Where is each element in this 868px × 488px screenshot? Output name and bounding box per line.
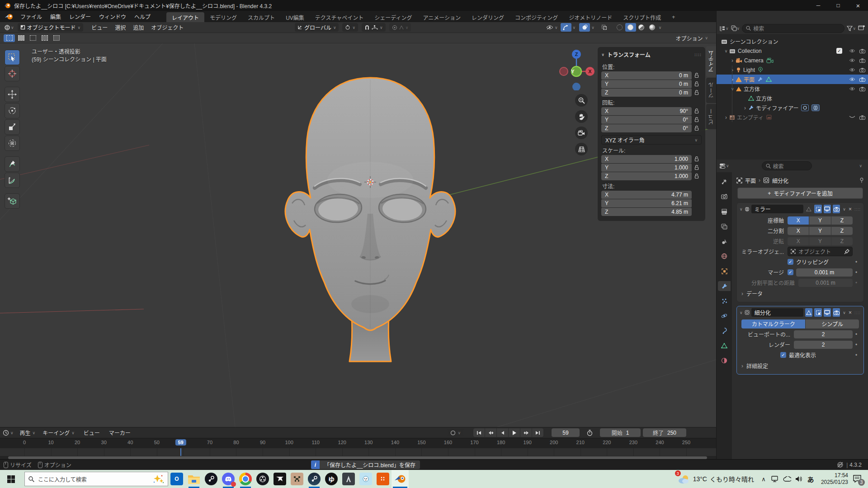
- mirror-name-field[interactable]: ミラー: [751, 205, 803, 213]
- minimize-button[interactable]: ─: [808, 0, 828, 11]
- select-mode-invert[interactable]: [39, 34, 50, 42]
- mirror-axis-toggle[interactable]: XYZ: [788, 216, 853, 225]
- mirror-merge-value[interactable]: 0.001 m: [796, 268, 853, 277]
- lock-scale-x-icon[interactable]: [692, 156, 702, 162]
- tab-tool[interactable]: [718, 177, 731, 187]
- xray-toggle[interactable]: [599, 23, 610, 32]
- toggle-perspective-button[interactable]: [575, 143, 588, 155]
- tab-uv[interactable]: UV編集: [280, 12, 310, 23]
- subdiv-show-editmode-toggle[interactable]: [814, 308, 821, 317]
- frame-start-field[interactable]: 開始1: [600, 428, 641, 437]
- select-mode-extend[interactable]: [15, 34, 27, 42]
- tab-compositing[interactable]: コンポジティング: [509, 12, 563, 23]
- subdiv-optimal-checkbox[interactable]: ✓最適化表示: [780, 351, 816, 359]
- disable-render-icon[interactable]: [859, 77, 865, 82]
- taskbar-weather[interactable]: 3 13°C くもり時々晴れ: [677, 472, 754, 486]
- disable-render-icon[interactable]: [859, 87, 865, 91]
- rotation-z-field[interactable]: Z0°: [601, 124, 692, 132]
- properties-search[interactable]: 検索: [762, 161, 812, 170]
- taskbar-app-chrome[interactable]: [237, 470, 254, 488]
- taskbar-app-minecraft[interactable]: [288, 470, 306, 488]
- properties-editor-type-button[interactable]: ∨: [719, 163, 729, 169]
- add-cube-tool[interactable]: [5, 193, 20, 209]
- breadcrumb-modifier[interactable]: 細分化: [772, 177, 788, 184]
- tray-ime-indicator[interactable]: あ: [805, 474, 816, 484]
- lock-rotation-z-icon[interactable]: [692, 126, 702, 131]
- hide-eye-icon[interactable]: [849, 87, 855, 91]
- tab-animation[interactable]: アニメーション: [418, 12, 467, 23]
- scale-y-field[interactable]: Y1.000: [601, 164, 692, 172]
- lock-scale-z-icon[interactable]: [692, 174, 702, 179]
- playback-menu[interactable]: 再生∨: [20, 429, 36, 436]
- mirror-clipping-checkbox[interactable]: ✓クリッピング: [788, 258, 829, 266]
- menu-file[interactable]: ファイル: [16, 13, 46, 20]
- hide-eye-icon[interactable]: [849, 49, 855, 53]
- subdiv-name-field[interactable]: 細分化: [751, 308, 803, 317]
- eyedropper-icon[interactable]: [844, 249, 849, 254]
- taskbar-app-steam-store[interactable]: [306, 470, 323, 488]
- subdiv-render-value[interactable]: 2: [794, 341, 853, 349]
- mirror-show-editmode-toggle[interactable]: [814, 205, 821, 213]
- subdiv-edit-mode-toggle[interactable]: [805, 308, 812, 317]
- plane-expand-icon[interactable]: ›: [729, 76, 736, 83]
- mirror-modifier-badge[interactable]: [811, 104, 820, 111]
- subdiv-grip-icon[interactable]: ::::: [854, 310, 861, 315]
- mesh-data-badge-icon[interactable]: [766, 77, 772, 82]
- gizmos-toggle[interactable]: [561, 23, 571, 32]
- close-button[interactable]: ×: [848, 0, 868, 11]
- rotation-y-field[interactable]: Y0°: [601, 116, 692, 124]
- playhead[interactable]: [180, 448, 181, 456]
- pan-hand-button[interactable]: [575, 110, 588, 123]
- outliner-row-light[interactable]: › Light: [717, 65, 868, 75]
- tab-sculpting[interactable]: スカルプト: [242, 12, 280, 23]
- mirror-grip-icon[interactable]: ::::: [854, 207, 861, 211]
- tab-material[interactable]: [718, 356, 731, 366]
- breadcrumb-object-icon[interactable]: [736, 178, 742, 183]
- shading-chevron-icon[interactable]: ∨: [659, 25, 662, 30]
- measure-tool[interactable]: [5, 173, 20, 188]
- outliner-row-modifiers[interactable]: › モディファイアー: [717, 103, 868, 113]
- tab-viewlayer[interactable]: [718, 221, 731, 231]
- snap-group[interactable]: ∨: [362, 23, 386, 32]
- hide-eye-icon[interactable]: [849, 58, 855, 62]
- outliner-row-empty[interactable]: › エンプティ: [717, 113, 868, 122]
- overlays-toggle[interactable]: [579, 23, 590, 32]
- menu-help[interactable]: ヘルプ: [130, 13, 155, 20]
- outliner-row-cube[interactable]: ∨ 立方体: [717, 84, 868, 94]
- tab-render[interactable]: [718, 192, 731, 202]
- tray-clock[interactable]: 17:54 2025/01/23: [821, 472, 848, 486]
- taskbar-search[interactable]: ここに入力して検索: [24, 472, 168, 486]
- sidebar-tab-tool[interactable]: ツール: [706, 78, 716, 103]
- light-data-badge[interactable]: [758, 67, 763, 73]
- subdiv-type-toggle[interactable]: カトマルクラーク シンプル: [741, 319, 859, 328]
- timeline-editor-type-button[interactable]: ∨: [3, 430, 14, 436]
- subdiv-extras-icon[interactable]: ∨: [843, 310, 846, 315]
- rotate-tool[interactable]: [5, 103, 20, 118]
- mirror-bisect-toggle[interactable]: XYZ: [788, 227, 853, 235]
- current-frame-field[interactable]: 59: [552, 428, 580, 437]
- maximize-button[interactable]: □: [828, 0, 848, 11]
- timeline-marker-menu[interactable]: マーカー: [105, 429, 134, 436]
- start-button[interactable]: [0, 475, 22, 483]
- catmull-clark-button[interactable]: カトマルクラーク: [741, 319, 805, 328]
- mirror-show-viewport-toggle[interactable]: [824, 205, 831, 213]
- taskbar-app-blender-active[interactable]: [392, 470, 409, 488]
- lock-location-x-icon[interactable]: [692, 73, 702, 78]
- subdiv-viewport-value[interactable]: 2: [794, 330, 853, 338]
- location-x-field[interactable]: X0 m: [601, 71, 692, 80]
- disable-render-icon[interactable]: [859, 115, 865, 120]
- menu-view[interactable]: ビュー: [88, 23, 111, 31]
- hide-eye-icon[interactable]: [849, 68, 855, 72]
- scale-x-field[interactable]: X1.000: [601, 155, 692, 163]
- modifiers-expand-icon[interactable]: ›: [742, 105, 748, 111]
- pin-icon[interactable]: [859, 178, 864, 183]
- transform-tool[interactable]: [5, 136, 20, 151]
- light-expand-icon[interactable]: ›: [729, 67, 736, 73]
- lock-scale-y-icon[interactable]: [692, 165, 702, 170]
- head-model[interactable]: [270, 71, 471, 370]
- rotation-mode-dropdown[interactable]: XYZ オイラー角∨: [601, 135, 702, 145]
- subdiv-advanced-subpanel[interactable]: ›詳細設定: [737, 360, 863, 371]
- taskbar-app-office[interactable]: [374, 470, 392, 488]
- outliner-row-scene-collection[interactable]: シーンコレクション: [717, 37, 868, 46]
- mirror-object-field[interactable]: オブジェクト: [788, 247, 853, 256]
